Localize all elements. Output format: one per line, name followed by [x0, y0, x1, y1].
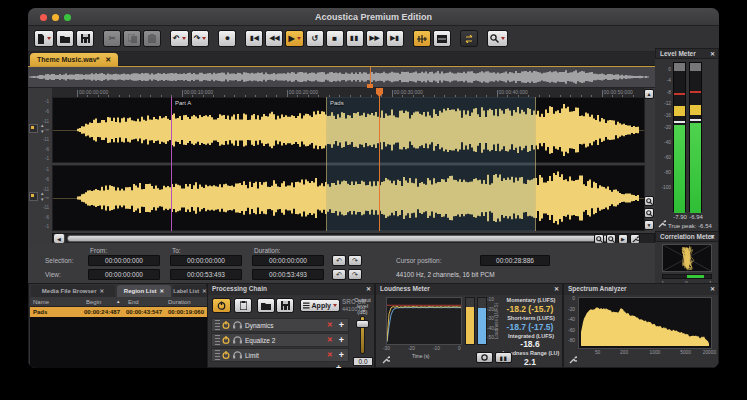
column-name[interactable]: Name: [33, 299, 49, 305]
tab-media-file-browser[interactable]: Media File Browser✕: [31, 285, 115, 297]
go-to-end-button[interactable]: ▶▮: [386, 30, 404, 47]
power-icon[interactable]: [222, 336, 230, 344]
column-end[interactable]: End: [128, 299, 139, 305]
power-icon[interactable]: [222, 321, 230, 329]
copy-button[interactable]: [123, 30, 141, 47]
channel-1-button[interactable]: [29, 124, 38, 133]
power-icon[interactable]: [222, 351, 230, 359]
chain-save-button[interactable]: [276, 298, 294, 313]
close-panel-icon[interactable]: ✕: [710, 284, 715, 294]
selection-to-field[interactable]: 00:00:00:000: [170, 255, 242, 266]
channel-2-button[interactable]: [29, 192, 38, 201]
loudness-pause-button[interactable]: ▮▮: [495, 352, 512, 363]
headphones-icon[interactable]: [233, 336, 242, 344]
overview-waveform[interactable]: [28, 66, 655, 88]
close-panel-icon[interactable]: ✕: [554, 284, 559, 294]
paste-button[interactable]: [143, 30, 161, 47]
drag-handle-icon[interactable]: [215, 335, 220, 345]
selection-redo-button[interactable]: ↷: [348, 255, 362, 266]
output-slider-handle[interactable]: [356, 320, 369, 328]
undo-button[interactable]: ↶: [170, 30, 189, 47]
headphones-icon[interactable]: [233, 321, 242, 329]
play-button[interactable]: ▶: [285, 30, 303, 47]
rewind-button[interactable]: ◀◀: [265, 30, 283, 47]
spectrum-settings-icon[interactable]: [569, 356, 577, 364]
fast-forward-button[interactable]: ▶▶: [366, 30, 384, 47]
selection-from-field[interactable]: 00:00:00:000: [88, 255, 160, 266]
channel-2-spinner[interactable]: ▴▾: [41, 190, 44, 202]
close-tab-icon[interactable]: ✕: [105, 56, 111, 64]
column-duration[interactable]: Duration: [168, 299, 191, 305]
time-ruler[interactable]: 00:00:00:00000:00:10:00000:00:20:00000:0…: [52, 88, 645, 97]
selection-duration-field[interactable]: 00:00:00:000: [252, 255, 324, 266]
stop-button[interactable]: ■: [326, 30, 344, 47]
close-panel-icon[interactable]: ✕: [710, 49, 715, 59]
loudness-settings-icon[interactable]: [382, 356, 390, 364]
close-panel-icon[interactable]: ✕: [710, 232, 715, 242]
go-to-start-button[interactable]: ▮◀: [245, 30, 263, 47]
waveform-channel-1[interactable]: [52, 97, 645, 163]
tab-region-list[interactable]: Region List✕: [117, 285, 171, 297]
vertical-zoom-in-button[interactable]: [644, 196, 654, 206]
toggle-markers-button[interactable]: [413, 30, 431, 47]
document-tab[interactable]: Theme Music.wav* ✕: [30, 53, 118, 66]
close-panel-icon[interactable]: ✕: [366, 284, 371, 294]
close-tab-icon[interactable]: ✕: [160, 288, 165, 294]
scroll-down-button[interactable]: ▼: [644, 220, 654, 230]
close-tab-icon[interactable]: ✕: [100, 288, 105, 294]
region-row-pads[interactable]: Pads 00:00:24:487 00:00:43:547 00:00:19:…: [30, 307, 207, 317]
headphones-icon[interactable]: [233, 351, 242, 359]
view-undo-button[interactable]: ↶: [332, 269, 346, 280]
save-button[interactable]: [76, 30, 94, 47]
close-tab-icon[interactable]: ✕: [202, 288, 207, 294]
scroll-up-button[interactable]: ▲: [644, 89, 654, 99]
view-from-field[interactable]: 00:00:00:000: [88, 269, 160, 280]
chain-load-button[interactable]: [257, 298, 275, 313]
add-effect-icon[interactable]: +: [339, 335, 344, 345]
view-duration-field[interactable]: 00:00:53:493: [252, 269, 324, 280]
waveform-channel-2[interactable]: [52, 165, 645, 231]
level-meter-settings-icon[interactable]: [658, 220, 666, 228]
open-file-button[interactable]: [56, 30, 74, 47]
cut-button[interactable]: ✂: [103, 30, 121, 47]
pause-button[interactable]: ▮▮: [346, 30, 364, 47]
channel-1-controls[interactable]: ▴▾: [29, 122, 51, 138]
column-begin[interactable]: Begin: [86, 299, 101, 305]
scrollbar-thumb[interactable]: [67, 235, 613, 242]
effect-row-dynamics[interactable]: Dynamics ✕ +: [211, 318, 349, 332]
channel-1-spinner[interactable]: ▴▾: [41, 122, 44, 134]
paste-icon: [148, 34, 156, 43]
chain-power-button[interactable]: [212, 298, 231, 313]
remove-effect-icon[interactable]: ✕: [327, 351, 333, 359]
view-redo-button[interactable]: ↷: [348, 269, 362, 280]
loop-playback-button[interactable]: ↺: [306, 30, 324, 47]
scroll-left-button[interactable]: ◀: [54, 234, 65, 243]
redo-button[interactable]: ↷: [191, 30, 210, 47]
remove-effect-icon[interactable]: ✕: [327, 321, 333, 329]
output-value-field[interactable]: 0.0: [353, 357, 373, 366]
processing-chain-panel: Processing Chain✕ Apply SRC off 44100 Hz…: [207, 283, 375, 368]
add-effect-icon[interactable]: +: [339, 320, 344, 330]
effect-row-equalize[interactable]: Equalize 2 ✕ +: [211, 333, 349, 347]
add-effect-icon[interactable]: +: [336, 363, 341, 368]
channel-2-controls[interactable]: ▴▾: [29, 190, 51, 206]
loudness-reset-button[interactable]: [476, 352, 493, 363]
new-file-button[interactable]: [34, 30, 54, 47]
window-title: Acoustica Premium Edition: [28, 12, 719, 22]
view-to-field[interactable]: 00:00:53:493: [170, 269, 242, 280]
drag-handle-icon[interactable]: [215, 320, 220, 330]
tab-label-list[interactable]: Label List✕: [173, 285, 207, 297]
cursor-position-field[interactable]: 00:00:28:886: [480, 255, 550, 266]
selection-undo-button[interactable]: ↶: [332, 255, 346, 266]
apply-button[interactable]: Apply: [300, 299, 340, 312]
loop-selection-button[interactable]: [460, 30, 478, 47]
record-button[interactable]: ●: [218, 30, 236, 47]
zoom-button[interactable]: [487, 30, 508, 47]
add-effect-icon[interactable]: +: [339, 350, 344, 360]
display-mode-button[interactable]: [433, 30, 451, 47]
drag-handle-icon[interactable]: [215, 350, 220, 360]
chain-copy-settings-button[interactable]: [234, 298, 252, 313]
vertical-zoom-out-button[interactable]: [644, 208, 654, 218]
effect-row-limit[interactable]: Limit ✕ +: [211, 348, 349, 362]
remove-effect-icon[interactable]: ✕: [327, 336, 333, 344]
